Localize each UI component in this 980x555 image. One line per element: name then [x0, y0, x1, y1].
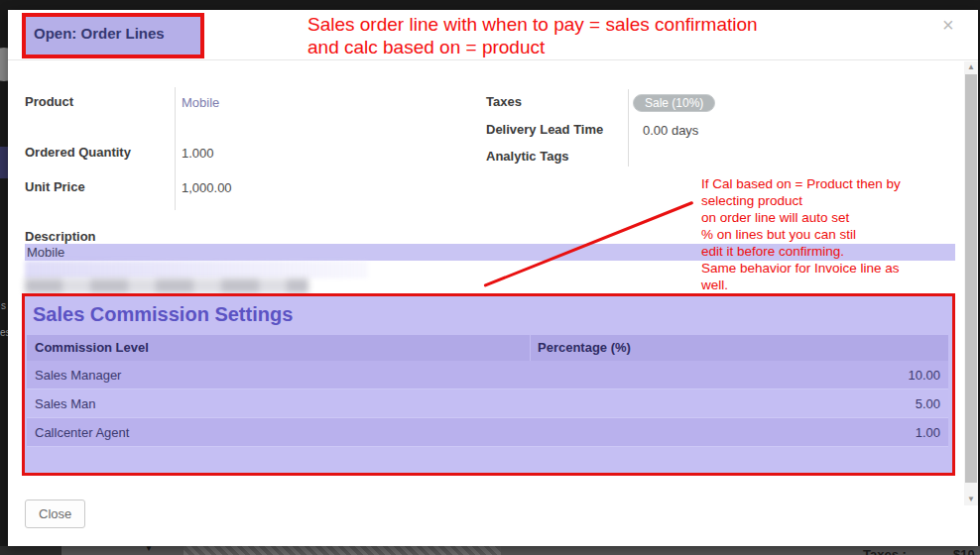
commission-level-cell: Sales Manager — [35, 368, 121, 383]
annotation-top-line1: Sales order line with when to pay = sale… — [307, 13, 758, 36]
commission-level-cell: Sales Man — [35, 396, 95, 411]
percentage-column-header: Percentage (%) — [538, 340, 631, 355]
modal-title: Open: Order Lines — [26, 17, 200, 42]
scrollbar-down-icon[interactable]: ▼ — [964, 494, 978, 505]
close-icon[interactable]: × — [942, 15, 954, 35]
annotation-top: Sales order line with when to pay = sale… — [307, 13, 758, 58]
unit-price-value: 1,000.00 — [182, 180, 232, 195]
form-column-separator — [175, 87, 176, 210]
background-dark-segment — [0, 546, 61, 555]
scrollbar-up-icon[interactable]: ▲ — [964, 61, 978, 73]
annotation-side-line: well. — [701, 277, 969, 293]
taxes-label: Taxes — [486, 94, 522, 109]
product-value-link[interactable]: Mobile — [182, 95, 219, 110]
description-label: Description — [25, 229, 96, 244]
background-taxes-label: Taxes : — [863, 547, 907, 555]
annotation-side-line: selecting product — [701, 192, 969, 209]
page: { "modal": { "title": "Open: Order Lines… — [0, 0, 980, 555]
table-empty-area — [27, 447, 948, 472]
background-text-fragment: s — [1, 300, 6, 311]
form-column-separator — [628, 89, 629, 166]
commission-level-cell: Callcenter Agent — [35, 425, 129, 440]
delivery-lead-time-label: Delivery Lead Time — [486, 122, 603, 137]
product-label: Product — [25, 94, 73, 109]
modal-title-highlight: Open: Order Lines — [22, 13, 204, 58]
annotation-side-line: Same behavior for Invoice line as — [701, 260, 969, 277]
background-bottom-strip: ▼ Taxes : $10 — [0, 546, 980, 555]
ordered-quantity-value: 1.000 — [182, 146, 214, 161]
sales-commission-section: Sales Commission Settings Commission Lev… — [22, 293, 955, 476]
unit-price-label: Unit Price — [25, 179, 85, 194]
annotation-top-line2: and calc based on = product — [307, 36, 758, 58]
table-row[interactable]: Sales Man 5.00 — [27, 389, 948, 418]
modal-header-divider — [8, 59, 978, 60]
description-redacted-line — [25, 278, 308, 293]
percentage-cell: 5.00 — [916, 396, 940, 411]
delivery-lead-time-value: 0.00 days — [643, 123, 698, 138]
annotation-side-line: edit it before confirming. — [701, 243, 969, 260]
commission-section-title: Sales Commission Settings — [33, 303, 293, 326]
background-avatar — [0, 48, 8, 81]
dropdown-arrow-icon: ▼ — [145, 546, 153, 553]
taxes-tag[interactable]: Sale (10%) — [633, 93, 715, 112]
background-redacted-area — [184, 546, 501, 555]
commission-table-header: Commission Level Percentage (%) — [27, 335, 948, 361]
commission-table: Commission Level Percentage (%) Sales Ma… — [27, 335, 948, 472]
background-left-edge: s es — [0, 10, 8, 546]
table-row[interactable]: Callcenter Agent 1.00 — [27, 418, 948, 447]
annotation-side-line: % on lines but you can stil — [701, 226, 969, 243]
table-row[interactable]: Sales Manager 10.00 — [27, 361, 948, 389]
background-top-bar — [0, 0, 980, 10]
annotation-side-line: on order line will auto set — [701, 209, 969, 226]
annotation-side: If Cal based on = Product then by select… — [701, 175, 969, 293]
analytic-tags-label: Analytic Tags — [486, 149, 569, 164]
percentage-cell: 1.00 — [916, 425, 940, 440]
background-taxes-value: $10 — [953, 547, 975, 555]
tax-pill[interactable]: Sale (10%) — [633, 94, 715, 112]
annotation-side-line: If Cal based on = Product then by — [701, 175, 969, 192]
ordered-quantity-label: Ordered Quantity — [25, 145, 131, 160]
background-text-fragment: es — [0, 327, 8, 338]
percentage-cell: 10.00 — [908, 368, 940, 383]
description-blurred-line — [25, 261, 368, 278]
close-button[interactable]: Close — [25, 500, 85, 528]
background-accent-block — [0, 147, 8, 178]
commission-level-column-header: Commission Level — [35, 340, 149, 355]
column-divider — [530, 335, 531, 361]
